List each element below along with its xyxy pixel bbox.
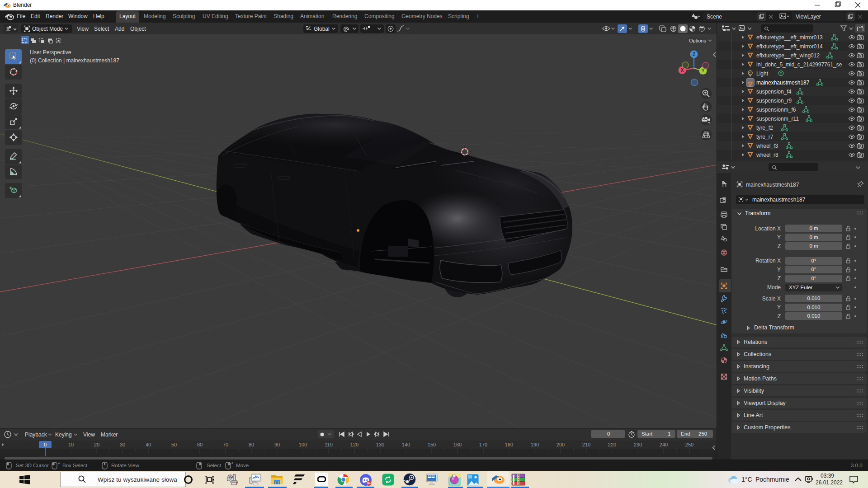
svg-text:Y: Y [702, 68, 705, 73]
svg-text:Z: Z [693, 52, 695, 57]
svg-text:9+: 9+ [367, 482, 371, 485]
svg-text:X: X [681, 68, 684, 73]
